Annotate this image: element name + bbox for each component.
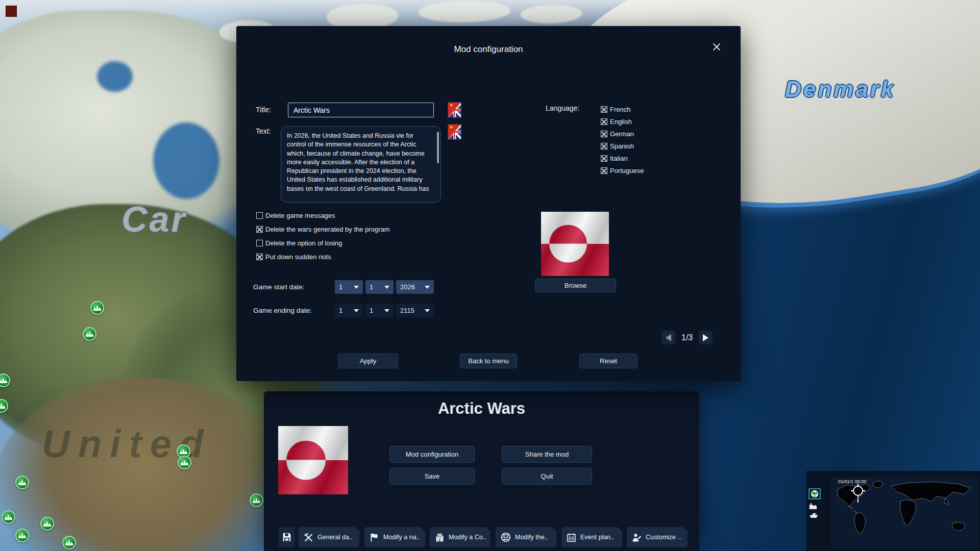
next-page-button[interactable] <box>699 331 713 344</box>
city-marker-icon[interactable] <box>2 510 15 524</box>
textarea-scrollbar[interactable] <box>437 132 439 163</box>
quit-button[interactable]: Quit <box>502 468 592 485</box>
modify-world-button[interactable]: Modify the.. <box>496 527 556 547</box>
previous-page-button[interactable] <box>662 331 675 344</box>
back-to-menu-button[interactable]: Back to menu <box>460 354 517 368</box>
dialog-title: Mod configuration <box>236 44 741 55</box>
end-date-label: Game ending date: <box>253 307 312 314</box>
language-label-text: Spanish <box>610 142 634 150</box>
city-marker-icon[interactable] <box>83 327 96 341</box>
tank-icon[interactable] <box>808 512 820 518</box>
calendar-icon <box>566 532 577 543</box>
save-button[interactable]: Save <box>389 468 475 485</box>
close-icon[interactable] <box>711 41 722 53</box>
city-marker-icon[interactable] <box>250 493 263 507</box>
dropdown-value: 1 <box>339 307 342 314</box>
chevron-down-icon <box>354 309 359 312</box>
hudson-bay <box>153 122 219 199</box>
chevron-down-icon <box>425 286 430 289</box>
event-planner-button[interactable]: Event plan.. <box>561 527 622 547</box>
mod-configuration-dialog: Mod configuration Title: Text: In 2026, … <box>236 26 741 381</box>
modify-nation-button[interactable]: Modify a na.. <box>364 527 425 547</box>
save-icon-button[interactable] <box>279 527 295 547</box>
translate-flag-icon[interactable] <box>448 102 461 118</box>
language-label-text: Portuguese <box>610 167 644 174</box>
arctic-bay <box>97 61 133 92</box>
option-label: Delete the wars generated by the program <box>265 226 390 233</box>
globe-mode-button[interactable] <box>808 488 821 499</box>
modify-country-button[interactable]: Modify a Co.. <box>430 527 491 547</box>
map-corner-marker <box>6 6 17 17</box>
language-label-text: French <box>610 106 630 113</box>
start-day-dropdown[interactable]: 1 <box>335 280 363 294</box>
end-day-dropdown[interactable]: 1 <box>335 304 363 317</box>
translate-flag-icon[interactable] <box>448 124 461 140</box>
option-delete-losing[interactable]: Delete the option of losing <box>256 239 390 247</box>
mod-title: Arctic Wars <box>264 399 699 418</box>
toolbar-label: Customize .. <box>646 534 681 541</box>
chevron-down-icon <box>384 286 389 289</box>
globe-icon <box>500 532 511 543</box>
language-label-text: English <box>610 118 632 126</box>
reset-button[interactable]: Reset <box>579 354 638 368</box>
start-year-dropdown[interactable]: 2026 <box>396 280 434 294</box>
dropdown-value: 1 <box>370 307 373 314</box>
language-portuguese[interactable]: Portuguese <box>601 167 644 174</box>
option-delete-wars[interactable]: Delete the wars generated by the program <box>256 226 390 233</box>
person-edit-icon <box>631 532 642 543</box>
end-year-dropdown[interactable]: 2115 <box>396 304 434 317</box>
text-field-label: Text: <box>256 127 271 135</box>
toolbar-label: Modify a na.. <box>383 534 420 541</box>
greenland-flag-image <box>541 212 609 276</box>
start-month-dropdown[interactable]: 1 <box>365 280 394 294</box>
checkbox[interactable] <box>256 240 263 246</box>
dropdown-value: 2115 <box>400 307 414 314</box>
option-put-down-riots[interactable]: Put down sudden riots <box>256 253 390 261</box>
city-marker-icon[interactable] <box>90 301 104 315</box>
description-textarea[interactable]: In 2026, the United States and Russia vi… <box>281 126 441 203</box>
checkbox[interactable] <box>256 212 263 219</box>
language-italian[interactable]: Italian <box>601 155 644 162</box>
checkbox[interactable] <box>601 118 607 125</box>
city-marker-icon[interactable] <box>15 475 29 489</box>
end-month-dropdown[interactable]: 1 <box>365 304 394 317</box>
toolbar-label: General da.. <box>317 534 353 541</box>
city-marker-icon[interactable] <box>178 456 191 469</box>
checkbox[interactable] <box>601 143 607 149</box>
customize-button[interactable]: Customize .. <box>627 527 688 547</box>
checkbox[interactable] <box>601 155 607 162</box>
globe-icon <box>811 490 819 498</box>
checkbox[interactable] <box>256 226 263 233</box>
factory-icon[interactable] <box>808 502 818 510</box>
apply-button[interactable]: Apply <box>338 354 398 368</box>
dropdown-value: 1 <box>370 283 373 291</box>
share-mod-button[interactable]: Share the mod <box>502 446 592 463</box>
arrow-left-icon <box>666 334 671 341</box>
language-english[interactable]: English <box>601 118 644 126</box>
chevron-down-icon <box>425 309 430 312</box>
arrow-right-icon <box>703 334 708 341</box>
dropdown-value: 2026 <box>400 283 415 291</box>
title-input[interactable] <box>288 103 434 117</box>
dropdown-value: 1 <box>339 283 342 291</box>
checkbox[interactable] <box>601 106 607 113</box>
browse-button[interactable]: Browse <box>535 279 616 292</box>
language-spanish[interactable]: Spanish <box>601 142 644 150</box>
chevron-down-icon <box>384 309 389 312</box>
checkbox[interactable] <box>601 167 607 174</box>
chevron-down-icon <box>354 286 359 289</box>
editor-toolbar: General da.. Modify a na.. Modify <box>264 527 699 548</box>
checkbox[interactable] <box>601 131 607 137</box>
language-german[interactable]: German <box>601 130 644 138</box>
checkbox[interactable] <box>256 254 263 260</box>
start-date-label: Game start date: <box>253 283 305 291</box>
city-marker-icon[interactable] <box>40 517 54 531</box>
greenland-flag-image <box>278 426 348 494</box>
option-delete-messages[interactable]: Delete game messages <box>256 212 390 219</box>
general-data-button[interactable]: General da.. <box>299 527 359 547</box>
mod-configuration-button[interactable]: Mod configuration <box>389 446 475 463</box>
city-marker-icon[interactable] <box>15 529 29 542</box>
start-date-row: 1 1 2026 <box>335 280 434 294</box>
city-marker-icon[interactable] <box>62 536 76 549</box>
language-french[interactable]: French <box>601 106 644 113</box>
